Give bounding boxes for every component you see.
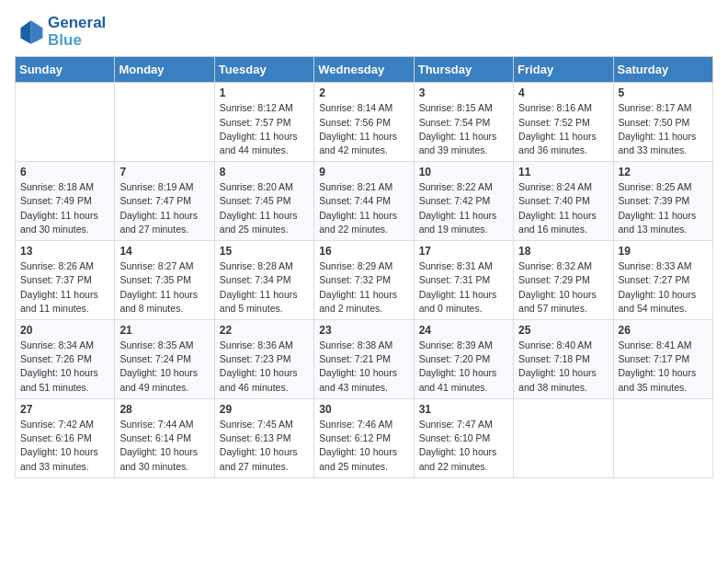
day-info: Sunrise: 8:12 AMSunset: 7:57 PMDaylight:… bbox=[220, 101, 309, 157]
logo: General Blue bbox=[15, 15, 106, 49]
calendar-cell: 2Sunrise: 8:14 AMSunset: 7:56 PMDaylight… bbox=[314, 83, 414, 162]
calendar-cell: 9Sunrise: 8:21 AMSunset: 7:44 PMDaylight… bbox=[314, 162, 414, 241]
day-number: 20 bbox=[20, 324, 109, 337]
day-info: Sunrise: 8:22 AMSunset: 7:42 PMDaylight:… bbox=[419, 180, 508, 236]
svg-marker-1 bbox=[20, 20, 30, 44]
day-info: Sunrise: 8:33 AMSunset: 7:27 PMDaylight:… bbox=[619, 259, 708, 316]
calendar-cell: 20Sunrise: 8:34 AMSunset: 7:26 PMDayligh… bbox=[16, 320, 115, 399]
calendar-cell bbox=[115, 83, 214, 162]
day-number: 13 bbox=[20, 245, 109, 258]
day-info: Sunrise: 8:15 AMSunset: 7:54 PMDaylight:… bbox=[419, 101, 508, 157]
day-info: Sunrise: 8:32 AMSunset: 7:29 PMDaylight:… bbox=[518, 259, 608, 316]
day-info: Sunrise: 8:21 AMSunset: 7:44 PMDaylight:… bbox=[319, 180, 408, 236]
day-number: 4 bbox=[518, 86, 608, 99]
column-header-monday: Monday bbox=[115, 57, 214, 83]
day-info: Sunrise: 8:35 AMSunset: 7:24 PMDaylight:… bbox=[119, 339, 209, 395]
day-info: Sunrise: 8:34 AMSunset: 7:26 PMDaylight:… bbox=[20, 339, 109, 395]
day-info: Sunrise: 8:18 AMSunset: 7:49 PMDaylight:… bbox=[20, 180, 109, 236]
day-info: Sunrise: 7:44 AMSunset: 6:14 PMDaylight:… bbox=[119, 418, 209, 474]
day-info: Sunrise: 7:46 AMSunset: 6:12 PMDaylight:… bbox=[319, 418, 408, 474]
day-number: 7 bbox=[119, 166, 209, 178]
calendar-cell: 4Sunrise: 8:16 AMSunset: 7:52 PMDaylight… bbox=[514, 83, 613, 162]
calendar-cell: 30Sunrise: 7:46 AMSunset: 6:12 PMDayligh… bbox=[314, 398, 414, 477]
calendar-cell: 3Sunrise: 8:15 AMSunset: 7:54 PMDaylight… bbox=[414, 83, 513, 162]
day-number: 29 bbox=[220, 403, 309, 416]
calendar-cell: 1Sunrise: 8:12 AMSunset: 7:57 PMDaylight… bbox=[214, 83, 313, 162]
day-info: Sunrise: 8:38 AMSunset: 7:21 PMDaylight:… bbox=[319, 339, 408, 395]
calendar-cell: 23Sunrise: 8:38 AMSunset: 7:21 PMDayligh… bbox=[314, 320, 414, 399]
day-number: 25 bbox=[518, 324, 608, 337]
calendar-cell: 21Sunrise: 8:35 AMSunset: 7:24 PMDayligh… bbox=[115, 320, 214, 399]
day-info: Sunrise: 8:28 AMSunset: 7:34 PMDaylight:… bbox=[220, 259, 309, 316]
calendar-cell: 31Sunrise: 7:47 AMSunset: 6:10 PMDayligh… bbox=[414, 398, 513, 477]
day-info: Sunrise: 7:42 AMSunset: 6:16 PMDaylight:… bbox=[20, 418, 109, 474]
calendar-header-row: SundayMondayTuesdayWednesdayThursdayFrid… bbox=[16, 57, 713, 83]
day-info: Sunrise: 8:29 AMSunset: 7:32 PMDaylight:… bbox=[319, 259, 408, 316]
page-header: General Blue bbox=[15, 15, 713, 49]
calendar-cell bbox=[16, 83, 115, 162]
day-number: 1 bbox=[220, 86, 309, 99]
day-number: 11 bbox=[518, 166, 608, 178]
day-number: 21 bbox=[119, 324, 209, 337]
day-info: Sunrise: 7:47 AMSunset: 6:10 PMDaylight:… bbox=[419, 418, 508, 474]
day-number: 8 bbox=[220, 166, 309, 178]
calendar-cell: 22Sunrise: 8:36 AMSunset: 7:23 PMDayligh… bbox=[214, 320, 313, 399]
day-info: Sunrise: 8:27 AMSunset: 7:35 PMDaylight:… bbox=[119, 259, 209, 316]
calendar-cell: 16Sunrise: 8:29 AMSunset: 7:32 PMDayligh… bbox=[314, 241, 414, 320]
day-info: Sunrise: 8:25 AMSunset: 7:39 PMDaylight:… bbox=[619, 180, 708, 236]
calendar-cell: 12Sunrise: 8:25 AMSunset: 7:39 PMDayligh… bbox=[613, 162, 712, 241]
calendar-cell: 19Sunrise: 8:33 AMSunset: 7:27 PMDayligh… bbox=[613, 241, 712, 320]
day-info: Sunrise: 8:14 AMSunset: 7:56 PMDaylight:… bbox=[319, 101, 408, 157]
day-number: 28 bbox=[119, 403, 209, 416]
day-info: Sunrise: 8:16 AMSunset: 7:52 PMDaylight:… bbox=[518, 101, 608, 157]
day-info: Sunrise: 8:20 AMSunset: 7:45 PMDaylight:… bbox=[220, 180, 309, 236]
day-number: 6 bbox=[20, 166, 109, 178]
calendar-table: SundayMondayTuesdayWednesdayThursdayFrid… bbox=[15, 56, 713, 477]
calendar-cell: 28Sunrise: 7:44 AMSunset: 6:14 PMDayligh… bbox=[115, 398, 214, 477]
day-number: 15 bbox=[220, 245, 309, 258]
day-number: 17 bbox=[419, 245, 508, 258]
day-number: 5 bbox=[619, 86, 708, 99]
calendar-cell: 8Sunrise: 8:20 AMSunset: 7:45 PMDaylight… bbox=[214, 162, 313, 241]
calendar-cell: 26Sunrise: 8:41 AMSunset: 7:17 PMDayligh… bbox=[613, 320, 712, 399]
day-number: 18 bbox=[518, 245, 608, 258]
day-number: 12 bbox=[619, 166, 708, 178]
day-number: 31 bbox=[419, 403, 508, 416]
day-info: Sunrise: 8:17 AMSunset: 7:50 PMDaylight:… bbox=[619, 101, 708, 157]
day-number: 24 bbox=[419, 324, 508, 337]
calendar-cell: 18Sunrise: 8:32 AMSunset: 7:29 PMDayligh… bbox=[514, 241, 613, 320]
calendar-cell: 15Sunrise: 8:28 AMSunset: 7:34 PMDayligh… bbox=[214, 241, 313, 320]
column-header-wednesday: Wednesday bbox=[314, 57, 414, 83]
calendar-week-3: 13Sunrise: 8:26 AMSunset: 7:37 PMDayligh… bbox=[16, 241, 713, 320]
calendar-week-5: 27Sunrise: 7:42 AMSunset: 6:16 PMDayligh… bbox=[16, 398, 713, 477]
calendar-cell: 13Sunrise: 8:26 AMSunset: 7:37 PMDayligh… bbox=[16, 241, 115, 320]
column-header-sunday: Sunday bbox=[16, 57, 115, 83]
calendar-cell: 17Sunrise: 8:31 AMSunset: 7:31 PMDayligh… bbox=[414, 241, 513, 320]
calendar-cell: 6Sunrise: 8:18 AMSunset: 7:49 PMDaylight… bbox=[16, 162, 115, 241]
day-number: 16 bbox=[319, 245, 408, 258]
day-number: 2 bbox=[319, 86, 408, 99]
column-header-thursday: Thursday bbox=[414, 57, 513, 83]
day-number: 23 bbox=[319, 324, 408, 337]
calendar-cell: 7Sunrise: 8:19 AMSunset: 7:47 PMDaylight… bbox=[115, 162, 214, 241]
calendar-cell: 27Sunrise: 7:42 AMSunset: 6:16 PMDayligh… bbox=[16, 398, 115, 477]
calendar-cell: 14Sunrise: 8:27 AMSunset: 7:35 PMDayligh… bbox=[115, 241, 214, 320]
calendar-week-4: 20Sunrise: 8:34 AMSunset: 7:26 PMDayligh… bbox=[16, 320, 713, 399]
day-info: Sunrise: 7:45 AMSunset: 6:13 PMDaylight:… bbox=[220, 418, 309, 474]
day-info: Sunrise: 8:41 AMSunset: 7:17 PMDaylight:… bbox=[619, 339, 708, 395]
day-info: Sunrise: 8:19 AMSunset: 7:47 PMDaylight:… bbox=[119, 180, 209, 236]
day-info: Sunrise: 8:31 AMSunset: 7:31 PMDaylight:… bbox=[419, 259, 508, 316]
day-number: 9 bbox=[319, 166, 408, 178]
day-number: 22 bbox=[220, 324, 309, 337]
calendar-week-1: 1Sunrise: 8:12 AMSunset: 7:57 PMDaylight… bbox=[16, 83, 713, 162]
calendar-cell: 5Sunrise: 8:17 AMSunset: 7:50 PMDaylight… bbox=[613, 83, 712, 162]
calendar-cell bbox=[514, 398, 613, 477]
day-info: Sunrise: 8:24 AMSunset: 7:40 PMDaylight:… bbox=[518, 180, 608, 236]
day-number: 26 bbox=[619, 324, 708, 337]
day-info: Sunrise: 8:40 AMSunset: 7:18 PMDaylight:… bbox=[518, 339, 608, 395]
calendar-cell bbox=[613, 398, 712, 477]
day-number: 14 bbox=[119, 245, 209, 258]
logo-text: General Blue bbox=[48, 15, 106, 49]
calendar-cell: 24Sunrise: 8:39 AMSunset: 7:20 PMDayligh… bbox=[414, 320, 513, 399]
column-header-tuesday: Tuesday bbox=[214, 57, 313, 83]
